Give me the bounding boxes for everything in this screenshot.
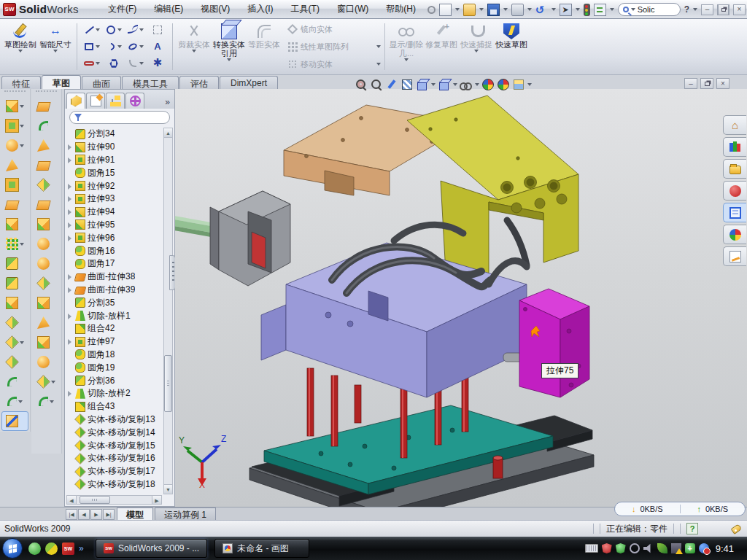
minimize-button[interactable]: – [701, 4, 713, 15]
doc-restore-button[interactable] [700, 78, 713, 89]
gray-clamp-part[interactable] [210, 191, 290, 286]
tree-filter-box[interactable] [69, 111, 170, 124]
feature-tree-item[interactable]: 实体-移动/复制17 [66, 465, 163, 478]
rebuild-traffic-light-icon[interactable] [584, 4, 590, 16]
expand-arrow-icon[interactable] [66, 365, 73, 371]
magenta-block-part[interactable] [519, 289, 589, 397]
menu-item[interactable]: 帮助(H) [377, 0, 425, 18]
taskbar-window-paint[interactable]: 未命名 - 画图 [214, 539, 309, 558]
tab-overflow-chevron[interactable]: » [162, 97, 173, 109]
slot-tool-icon[interactable] [84, 58, 94, 69]
hide-show-items-icon[interactable] [460, 78, 473, 91]
search-gear-icon[interactable] [630, 543, 640, 553]
features-toolbar-button[interactable] [0, 313, 30, 332]
expand-arrow-icon[interactable] [66, 195, 73, 202]
feature-tree-item[interactable]: 组合43 [66, 400, 163, 413]
surfaces-toolbar-button[interactable] [31, 332, 61, 352]
tab-configurationmanager[interactable] [106, 93, 125, 109]
start-button[interactable] [2, 538, 23, 559]
expand-arrow-icon[interactable] [66, 273, 73, 280]
quick-launch-antivirus-icon[interactable] [45, 542, 58, 555]
small-red-pin-part[interactable] [493, 456, 503, 478]
expand-arrow-icon[interactable] [66, 351, 73, 358]
expand-arrow-icon[interactable] [66, 248, 73, 254]
apply-scene-icon[interactable] [497, 78, 510, 91]
menu-item[interactable]: 工具(T) [282, 0, 328, 18]
features-toolbar-button[interactable] [0, 214, 30, 234]
features-toolbar-button[interactable] [1, 411, 28, 431]
features-toolbar-button[interactable] [0, 155, 30, 175]
search-scope-dropdown[interactable] [631, 8, 635, 11]
repair-sketch-button[interactable]: 修复草图 [424, 20, 459, 73]
save-dropdown[interactable] [503, 8, 508, 11]
command-manager-tab[interactable]: 模具工具 [122, 76, 179, 89]
restore-button[interactable] [717, 4, 729, 15]
select-arrow-button[interactable]: ➤ [560, 4, 572, 16]
surfaces-toolbar-button[interactable] [31, 175, 61, 195]
update-leaf-icon[interactable] [657, 543, 667, 553]
rapid-sketch-button[interactable]: 快速草图 [494, 20, 529, 73]
expand-arrow-icon[interactable] [66, 325, 73, 332]
surfaces-toolbar-button[interactable] [31, 116, 61, 136]
feature-tree-item[interactable]: 圆角17 [66, 257, 163, 271]
feature-tree-item[interactable]: 拉伸96 [66, 231, 163, 244]
network-warning-icon[interactable] [671, 543, 681, 553]
horizontal-scroll-thumb[interactable] [80, 496, 110, 504]
feature-tree-item[interactable]: 圆角16 [66, 244, 163, 257]
select-region-icon[interactable] [152, 25, 163, 35]
taskbar-window-solidworks[interactable]: SW SolidWorks 2009 - ... [96, 539, 207, 558]
sketch-button[interactable]: 草图绘制 [3, 20, 38, 73]
feature-tree-item[interactable]: 切除-放样1 [66, 309, 163, 322]
print-button[interactable] [511, 4, 524, 16]
save-button[interactable] [487, 4, 500, 16]
view-orientation-icon[interactable] [416, 78, 429, 91]
tab-solidworks-resources[interactable]: ⌂ [723, 115, 746, 135]
circle-tool-icon[interactable] [106, 25, 116, 35]
command-manager-tab[interactable]: 评估 [179, 76, 219, 89]
undo-dropdown[interactable] [551, 8, 556, 11]
tab-appearances-scenes[interactable] [723, 225, 746, 244]
sync-status-icon[interactable] [699, 543, 709, 553]
security-green-shield-icon[interactable] [616, 543, 626, 553]
surfaces-toolbar-button[interactable] [31, 392, 61, 411]
open-dropdown[interactable] [479, 8, 484, 11]
quick-tips-help-button[interactable]: ? [686, 523, 698, 534]
expand-arrow-icon[interactable] [66, 131, 73, 137]
close-button[interactable]: × [733, 4, 746, 15]
scroll-down-arrow[interactable]: ▼ [164, 484, 172, 494]
tab-featuremanager-design-tree[interactable] [66, 93, 85, 109]
health-plus-shield-icon[interactable] [685, 543, 695, 553]
tree-horizontal-scrollbar[interactable]: ◀ ▶ [66, 495, 162, 505]
expand-arrow-icon[interactable] [66, 170, 73, 176]
surfaces-toolbar-button[interactable] [31, 352, 61, 372]
feature-tree-item[interactable]: 切除-放样2 [66, 387, 163, 400]
feature-tree-item[interactable]: 拉伸90 [66, 141, 163, 154]
quick-launch-solidworks-icon[interactable]: SW [62, 542, 74, 555]
feature-tree-item[interactable]: 曲面-拉伸39 [66, 284, 163, 297]
section-view-icon[interactable] [400, 78, 414, 91]
print-dropdown[interactable] [527, 8, 532, 11]
ime-keyboard-icon[interactable] [585, 544, 598, 553]
tag-icon[interactable] [731, 524, 743, 534]
display-style-icon[interactable] [438, 78, 451, 91]
surfaces-toolbar-button[interactable] [31, 234, 61, 254]
expand-arrow-icon[interactable] [66, 313, 73, 319]
tab-view-palette[interactable] [723, 181, 746, 201]
undo-button[interactable]: ↺ [535, 4, 548, 16]
expand-arrow-icon[interactable] [66, 468, 73, 475]
surfaces-toolbar-button[interactable] [31, 96, 61, 116]
surfaces-toolbar-button[interactable] [31, 313, 61, 332]
model-canvas[interactable] [175, 89, 747, 507]
surfaces-toolbar-button[interactable] [31, 293, 61, 313]
expand-arrow-icon[interactable] [66, 222, 73, 228]
arc-tool-icon[interactable] [106, 42, 116, 52]
features-toolbar-button[interactable] [0, 136, 30, 155]
doc-minimize-button[interactable]: – [684, 78, 697, 89]
feature-tree-item[interactable]: 组合42 [66, 322, 163, 335]
zoom-to-area-icon[interactable] [370, 78, 383, 91]
mirror-entities-button[interactable]: 镜向实体 [287, 21, 381, 37]
options-dropdown[interactable] [610, 8, 614, 11]
features-toolbar-button[interactable] [0, 372, 30, 392]
search-input[interactable]: Solic [638, 5, 655, 14]
feature-tree-item[interactable]: 实体-移动/复制14 [66, 426, 163, 439]
